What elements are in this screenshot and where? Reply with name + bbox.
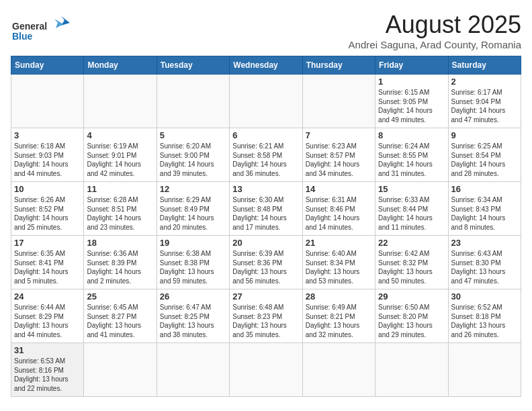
calendar-day-cell xyxy=(302,343,375,397)
day-number: 18 xyxy=(87,238,153,248)
day-number: 22 xyxy=(378,238,445,248)
day-number: 21 xyxy=(306,238,372,248)
day-number: 27 xyxy=(232,291,299,302)
col-header-monday: Monday xyxy=(84,56,157,75)
day-number: 9 xyxy=(451,130,518,140)
calendar-day-cell: 15Sunrise: 6:33 AMSunset: 8:44 PMDayligh… xyxy=(375,182,448,236)
calendar-day-cell xyxy=(157,75,229,128)
calendar-table: SundayMondayTuesdayWednesdayThursdayFrid… xyxy=(11,56,521,397)
calendar-day-cell: 3Sunrise: 6:18 AMSunset: 9:03 PMDaylight… xyxy=(11,128,84,182)
day-info: Sunrise: 6:43 AMSunset: 8:30 PMDaylight:… xyxy=(451,249,518,285)
day-number: 6 xyxy=(232,130,299,140)
calendar-day-cell: 4Sunrise: 6:19 AMSunset: 9:01 PMDaylight… xyxy=(84,128,157,182)
calendar-subtitle: Andrei Saguna, Arad County, Romania xyxy=(349,39,521,50)
calendar-day-cell: 30Sunrise: 6:52 AMSunset: 8:18 PMDayligh… xyxy=(448,289,521,343)
day-info: Sunrise: 6:39 AMSunset: 8:36 PMDaylight:… xyxy=(232,249,299,285)
col-header-tuesday: Tuesday xyxy=(157,56,229,75)
col-header-wednesday: Wednesday xyxy=(230,56,302,75)
calendar-day-cell: 24Sunrise: 6:44 AMSunset: 8:29 PMDayligh… xyxy=(11,289,84,343)
calendar-week-row: 3Sunrise: 6:18 AMSunset: 9:03 PMDaylight… xyxy=(11,128,521,182)
logo: General Blue xyxy=(11,11,71,44)
calendar-day-cell: 5Sunrise: 6:20 AMSunset: 9:00 PMDaylight… xyxy=(157,128,229,182)
day-number: 31 xyxy=(14,345,81,355)
col-header-friday: Friday xyxy=(375,56,448,75)
day-number: 3 xyxy=(14,130,81,140)
calendar-day-cell: 18Sunrise: 6:36 AMSunset: 8:39 PMDayligh… xyxy=(84,236,157,289)
calendar-day-cell: 22Sunrise: 6:42 AMSunset: 8:32 PMDayligh… xyxy=(375,236,448,289)
day-info: Sunrise: 6:25 AMSunset: 8:54 PMDaylight:… xyxy=(451,142,518,178)
svg-text:General: General xyxy=(12,21,47,32)
day-number: 26 xyxy=(160,291,226,302)
day-number: 20 xyxy=(232,238,299,248)
day-number: 2 xyxy=(451,77,518,87)
day-number: 28 xyxy=(306,291,372,302)
calendar-day-cell: 20Sunrise: 6:39 AMSunset: 8:36 PMDayligh… xyxy=(230,236,302,289)
day-info: Sunrise: 6:35 AMSunset: 8:41 PMDaylight:… xyxy=(14,249,81,285)
col-header-sunday: Sunday xyxy=(11,56,84,75)
day-number: 15 xyxy=(378,184,445,194)
day-number: 11 xyxy=(87,184,153,194)
col-header-thursday: Thursday xyxy=(302,56,375,75)
calendar-day-cell xyxy=(230,75,302,128)
day-info: Sunrise: 6:34 AMSunset: 8:43 PMDaylight:… xyxy=(451,195,518,232)
calendar-day-cell: 8Sunrise: 6:24 AMSunset: 8:55 PMDaylight… xyxy=(375,128,448,182)
calendar-day-cell: 11Sunrise: 6:28 AMSunset: 8:51 PMDayligh… xyxy=(84,182,157,236)
day-info: Sunrise: 6:36 AMSunset: 8:39 PMDaylight:… xyxy=(87,249,153,285)
calendar-day-cell xyxy=(302,75,375,128)
calendar-day-cell: 1Sunrise: 6:15 AMSunset: 9:05 PMDaylight… xyxy=(375,75,448,128)
day-info: Sunrise: 6:48 AMSunset: 8:23 PMDaylight:… xyxy=(232,303,299,339)
calendar-week-row: 1Sunrise: 6:15 AMSunset: 9:05 PMDaylight… xyxy=(11,75,521,128)
day-number: 10 xyxy=(14,184,81,194)
day-number: 25 xyxy=(87,291,153,302)
day-info: Sunrise: 6:53 AMSunset: 8:16 PMDaylight:… xyxy=(14,357,81,393)
day-info: Sunrise: 6:20 AMSunset: 9:00 PMDaylight:… xyxy=(160,142,226,178)
calendar-day-cell: 28Sunrise: 6:49 AMSunset: 8:21 PMDayligh… xyxy=(302,289,375,343)
title-area: August 2025 Andrei Saguna, Arad County, … xyxy=(349,11,521,50)
day-number: 30 xyxy=(451,291,518,302)
day-info: Sunrise: 6:44 AMSunset: 8:29 PMDaylight:… xyxy=(14,303,81,339)
calendar-day-cell xyxy=(11,75,84,128)
calendar-day-cell: 17Sunrise: 6:35 AMSunset: 8:41 PMDayligh… xyxy=(11,236,84,289)
day-number: 4 xyxy=(87,130,153,140)
day-info: Sunrise: 6:33 AMSunset: 8:44 PMDaylight:… xyxy=(378,195,445,232)
day-info: Sunrise: 6:26 AMSunset: 8:52 PMDaylight:… xyxy=(14,195,81,232)
calendar-day-cell: 9Sunrise: 6:25 AMSunset: 8:54 PMDaylight… xyxy=(448,128,521,182)
day-info: Sunrise: 6:42 AMSunset: 8:32 PMDaylight:… xyxy=(378,249,445,285)
calendar-day-cell: 29Sunrise: 6:50 AMSunset: 8:20 PMDayligh… xyxy=(375,289,448,343)
calendar-header-row: SundayMondayTuesdayWednesdayThursdayFrid… xyxy=(11,56,521,75)
day-info: Sunrise: 6:15 AMSunset: 9:05 PMDaylight:… xyxy=(378,88,445,124)
calendar-day-cell: 7Sunrise: 6:23 AMSunset: 8:57 PMDaylight… xyxy=(302,128,375,182)
day-info: Sunrise: 6:21 AMSunset: 8:58 PMDaylight:… xyxy=(232,142,299,178)
calendar-day-cell: 6Sunrise: 6:21 AMSunset: 8:58 PMDaylight… xyxy=(230,128,302,182)
day-info: Sunrise: 6:40 AMSunset: 8:34 PMDaylight:… xyxy=(306,249,372,285)
calendar-day-cell: 26Sunrise: 6:47 AMSunset: 8:25 PMDayligh… xyxy=(157,289,229,343)
day-number: 1 xyxy=(378,77,445,87)
day-number: 16 xyxy=(451,184,518,194)
calendar-day-cell: 31Sunrise: 6:53 AMSunset: 8:16 PMDayligh… xyxy=(11,343,84,397)
calendar-day-cell: 13Sunrise: 6:30 AMSunset: 8:48 PMDayligh… xyxy=(230,182,302,236)
day-number: 19 xyxy=(160,238,226,248)
day-number: 17 xyxy=(14,238,81,248)
calendar-day-cell xyxy=(84,343,157,397)
calendar-day-cell: 12Sunrise: 6:29 AMSunset: 8:49 PMDayligh… xyxy=(157,182,229,236)
day-info: Sunrise: 6:45 AMSunset: 8:27 PMDaylight:… xyxy=(87,303,153,339)
calendar-day-cell: 16Sunrise: 6:34 AMSunset: 8:43 PMDayligh… xyxy=(448,182,521,236)
day-info: Sunrise: 6:18 AMSunset: 9:03 PMDaylight:… xyxy=(14,142,81,178)
day-number: 5 xyxy=(160,130,226,140)
calendar-week-row: 10Sunrise: 6:26 AMSunset: 8:52 PMDayligh… xyxy=(11,182,521,236)
day-info: Sunrise: 6:19 AMSunset: 9:01 PMDaylight:… xyxy=(87,142,153,178)
day-number: 12 xyxy=(160,184,226,194)
calendar-day-cell xyxy=(448,343,521,397)
svg-text:Blue: Blue xyxy=(12,31,33,42)
calendar-day-cell: 2Sunrise: 6:17 AMSunset: 9:04 PMDaylight… xyxy=(448,75,521,128)
day-number: 14 xyxy=(306,184,372,194)
generalblue-logo-icon: General Blue xyxy=(11,11,71,44)
day-info: Sunrise: 6:29 AMSunset: 8:49 PMDaylight:… xyxy=(160,195,226,232)
calendar-day-cell xyxy=(230,343,302,397)
day-info: Sunrise: 6:38 AMSunset: 8:38 PMDaylight:… xyxy=(160,249,226,285)
col-header-saturday: Saturday xyxy=(448,56,521,75)
day-number: 7 xyxy=(306,130,372,140)
calendar-week-row: 17Sunrise: 6:35 AMSunset: 8:41 PMDayligh… xyxy=(11,236,521,289)
calendar-week-row: 31Sunrise: 6:53 AMSunset: 8:16 PMDayligh… xyxy=(11,343,521,397)
calendar-day-cell xyxy=(84,75,157,128)
